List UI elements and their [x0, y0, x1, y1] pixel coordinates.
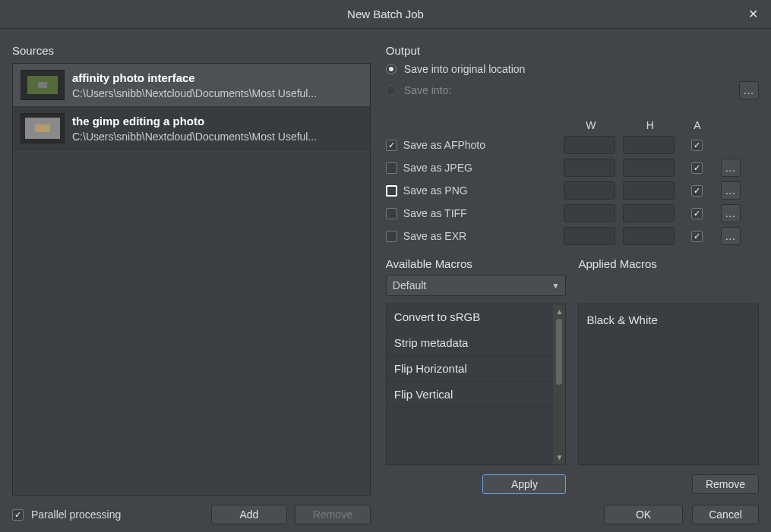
- applied-macros-col: Applied Macros Black & White Remove: [578, 257, 759, 494]
- save-png-label: Save as PNG: [403, 184, 468, 197]
- parallel-processing-checkbox[interactable]: [12, 509, 24, 521]
- remove-source-button[interactable]: Remove: [295, 505, 371, 524]
- add-button[interactable]: Add: [211, 505, 287, 524]
- tiff-width-input[interactable]: [564, 204, 615, 222]
- format-row-tiff: Save as TIFF ...: [386, 204, 759, 222]
- scroll-down-icon[interactable]: ▼: [555, 453, 563, 461]
- chevron-down-icon: ▼: [552, 282, 560, 290]
- save-afphoto-label: Save as AFPhoto: [403, 139, 485, 151]
- save-jpeg-checkbox[interactable]: [386, 162, 397, 174]
- dialog-content: Sources affinity photo interface C:\User…: [0, 29, 771, 532]
- save-original-radio[interactable]: [386, 64, 397, 74]
- exr-height-input[interactable]: [623, 227, 675, 245]
- afphoto-width-input[interactable]: [564, 136, 615, 154]
- sources-list: affinity photo interface C:\Users\snibb\…: [12, 63, 371, 496]
- save-jpeg-label: Save as JPEG: [403, 162, 472, 174]
- close-icon[interactable]: ✕: [745, 6, 760, 21]
- afphoto-height-input[interactable]: [623, 136, 675, 154]
- exr-options-button[interactable]: ...: [721, 227, 741, 245]
- png-options-button[interactable]: ...: [721, 181, 741, 200]
- save-into-browse-button[interactable]: ...: [739, 81, 759, 99]
- parallel-processing-label: Parallel processing: [31, 508, 121, 521]
- jpeg-width-input[interactable]: [564, 159, 615, 177]
- source-item[interactable]: affinity photo interface C:\Users\snibb\…: [13, 64, 370, 107]
- tiff-aspect-checkbox[interactable]: [691, 208, 703, 219]
- macro-category-value: Default: [393, 279, 426, 291]
- col-h-label: H: [623, 119, 678, 131]
- macros-section: Available Macros Default ▼ Convert to sR…: [386, 257, 759, 494]
- jpeg-options-button[interactable]: ...: [721, 159, 741, 177]
- scroll-thumb[interactable]: [556, 319, 562, 385]
- source-path: C:\Users\snibb\Nextcloud\Documents\Most …: [72, 87, 362, 99]
- formats-section: W H A Save as AFPhoto Save as JPEG: [386, 119, 759, 250]
- macro-item[interactable]: Convert to sRGB: [387, 304, 554, 330]
- formats-header: W H A: [386, 119, 759, 131]
- png-width-input[interactable]: [564, 181, 615, 200]
- col-a-label: A: [682, 119, 713, 131]
- macro-category-select[interactable]: Default ▼: [386, 275, 567, 296]
- sources-label: Sources: [12, 44, 371, 57]
- jpeg-height-input[interactable]: [623, 159, 675, 177]
- save-tiff-checkbox[interactable]: [386, 208, 397, 219]
- dialog-buttons: OK Cancel: [386, 505, 759, 524]
- save-afphoto-checkbox[interactable]: [386, 140, 397, 151]
- source-text: affinity photo interface C:\Users\snibb\…: [72, 71, 362, 99]
- save-original-row: Save into original location: [386, 63, 759, 75]
- save-into-radio[interactable]: [386, 85, 397, 96]
- format-row-png: Save as PNG ...: [386, 181, 759, 200]
- save-png-checkbox[interactable]: [386, 185, 397, 197]
- available-macros-list: Convert to sRGB Strip metadata Flip Hori…: [386, 304, 567, 465]
- format-row-jpeg: Save as JPEG ...: [386, 159, 759, 177]
- format-row-exr: Save as EXR ...: [386, 227, 759, 245]
- output-label: Output: [386, 44, 759, 57]
- format-row-afphoto: Save as AFPhoto: [386, 136, 759, 154]
- applied-macros-list: Black & White: [578, 304, 759, 465]
- exr-width-input[interactable]: [564, 227, 615, 245]
- save-original-label: Save into original location: [404, 63, 526, 75]
- applied-macro-item[interactable]: Black & White: [586, 310, 750, 329]
- sources-bottom-row: Parallel processing Add Remove: [12, 505, 371, 524]
- save-exr-checkbox[interactable]: [386, 231, 397, 242]
- available-macros-col: Available Macros Default ▼ Convert to sR…: [386, 257, 567, 494]
- source-path: C:\Users\snibb\Nextcloud\Documents\Most …: [72, 131, 362, 143]
- source-name: affinity photo interface: [72, 71, 362, 84]
- save-tiff-label: Save as TIFF: [403, 207, 467, 219]
- source-text: the gimp editing a photo C:\Users\snibb\…: [72, 115, 362, 143]
- macro-item[interactable]: Flip Horizontal: [387, 356, 554, 382]
- output-panel: Output Save into original location Save …: [386, 44, 759, 524]
- tiff-height-input[interactable]: [623, 204, 675, 222]
- available-macros-label: Available Macros: [386, 257, 567, 270]
- source-thumbnail: [21, 70, 65, 100]
- source-name: the gimp editing a photo: [72, 115, 362, 127]
- scroll-up-icon[interactable]: ▲: [555, 307, 563, 316]
- macro-item[interactable]: Strip metadata: [387, 330, 554, 356]
- titlebar: New Batch Job ✕: [0, 0, 771, 29]
- col-w-label: W: [564, 119, 618, 131]
- sources-panel: Sources affinity photo interface C:\User…: [12, 44, 371, 524]
- applied-macros-label: Applied Macros: [578, 257, 759, 270]
- remove-macro-button[interactable]: Remove: [692, 474, 759, 494]
- png-height-input[interactable]: [623, 181, 675, 200]
- ok-button[interactable]: OK: [604, 505, 683, 524]
- source-thumbnail: [21, 113, 65, 143]
- save-into-label: Save into:: [404, 84, 451, 96]
- macros-scrollbar[interactable]: ▲ ▼: [553, 304, 565, 464]
- source-item[interactable]: the gimp editing a photo C:\Users\snibb\…: [13, 107, 370, 150]
- afphoto-aspect-checkbox[interactable]: [691, 140, 703, 151]
- window-title: New Batch Job: [347, 8, 424, 20]
- macro-item[interactable]: Flip Vertical: [387, 382, 554, 408]
- tiff-options-button[interactable]: ...: [721, 204, 741, 222]
- png-aspect-checkbox[interactable]: [691, 185, 703, 197]
- jpeg-aspect-checkbox[interactable]: [691, 162, 703, 174]
- apply-macro-button[interactable]: Apply: [482, 474, 566, 494]
- save-exr-label: Save as EXR: [403, 230, 466, 242]
- exr-aspect-checkbox[interactable]: [691, 231, 703, 242]
- cancel-button[interactable]: Cancel: [692, 505, 759, 524]
- save-into-row: Save into: ...: [386, 81, 759, 99]
